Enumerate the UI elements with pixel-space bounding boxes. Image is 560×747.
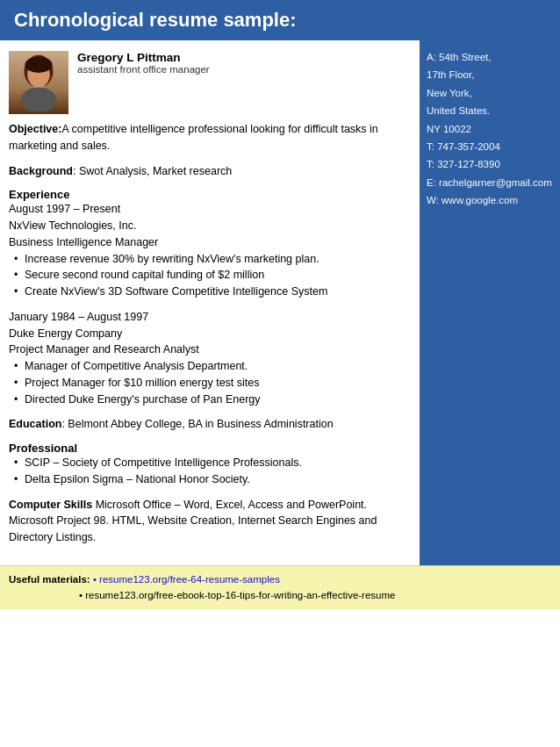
- objective-section: Objective:A competitive intelligence pro…: [9, 121, 407, 154]
- education-label: Education: [9, 418, 61, 430]
- avatar-icon: [12, 54, 65, 111]
- list-item: Directed Duke Energy's purchase of Pan E…: [14, 391, 407, 408]
- list-item: SCIP – Society of Competitive Intelligen…: [14, 455, 407, 471]
- objective-body: A competitive intelligence professional …: [9, 123, 378, 152]
- background-text: Background: Swot Analysis, Market resear…: [9, 165, 232, 177]
- address-line4: United States.: [427, 103, 553, 119]
- phone1: T: 747-357-2004: [427, 139, 553, 154]
- job2-section: January 1984 – August 1997 Duke Energy C…: [9, 309, 407, 408]
- address-line2: 17th Floor,: [427, 67, 553, 83]
- list-item: Secure second round capital funding of $…: [14, 267, 407, 284]
- main-container: Gregory L Pittman assistant front office…: [0, 40, 560, 565]
- background-section: Background: Swot Analysis, Market resear…: [9, 163, 407, 180]
- website: W: www.google.com: [427, 192, 553, 208]
- phone2-value: 327-127-8390: [437, 159, 500, 169]
- address-line1: A: 54th Street,: [427, 49, 553, 65]
- profile-job-title: assistant front office manager: [77, 64, 210, 75]
- profile-name-title: Gregory L Pittman assistant front office…: [77, 51, 210, 75]
- list-item: Manager of Competitive Analysis Departme…: [14, 358, 407, 375]
- useful-label: Useful materials:: [9, 574, 90, 585]
- job1-company: NxView Technologies, Inc.: [9, 218, 407, 234]
- list-item: Create NxView's 3D Software Competitive …: [14, 284, 407, 300]
- phone2: T: 327-127-8390: [427, 156, 553, 172]
- list-item: Project Manager for $10 million energy t…: [14, 375, 407, 391]
- education-text: Education: Belmont Abbey College, BA in …: [9, 418, 334, 430]
- job1-bullets: Increase revenue 30% by rewriting NxView…: [14, 251, 407, 300]
- background-label: Background: [9, 165, 73, 177]
- page-header: Chronological resume sample:: [0, 0, 560, 40]
- page-title: Chronological resume sample:: [14, 9, 297, 31]
- profile-section: Gregory L Pittman assistant front office…: [9, 51, 407, 114]
- list-item: Delta Epsilon Sigma – National Honor Soc…: [14, 471, 407, 488]
- job2-dates: January 1984 – August 1997: [9, 309, 407, 326]
- job1-title: Business Intelligence Manager: [9, 234, 407, 251]
- address-line5: NY 10022: [427, 121, 553, 137]
- computer-skills-section: Computer Skills Microsoft Office – Word,…: [9, 497, 407, 546]
- svg-point-2: [25, 57, 52, 73]
- address-line3: New York,: [427, 85, 553, 101]
- job1-dates: August 1997 – Present: [9, 201, 407, 218]
- computer-skills-label: Computer Skills: [9, 499, 92, 511]
- sidebar: A: 54th Street, 17th Floor, New York, Un…: [420, 40, 560, 565]
- computer-skills-text: Computer Skills Microsoft Office – Word,…: [9, 499, 377, 544]
- job2-bullets: Manager of Competitive Analysis Departme…: [14, 358, 407, 407]
- objective-label: Objective:: [9, 123, 61, 135]
- education-body: : Belmont Abbey College, BA in Business …: [61, 418, 333, 430]
- background-body: : Swot Analysis, Market research: [73, 165, 232, 177]
- profile-name: Gregory L Pittman: [77, 51, 210, 64]
- experience-section: Experience August 1997 – Present NxView …: [9, 188, 407, 300]
- footer-bar: Useful materials: • resume123.org/free-6…: [0, 565, 560, 609]
- phone2-label: T:: [427, 159, 434, 169]
- professional-bullets: SCIP – Society of Competitive Intelligen…: [14, 455, 407, 488]
- footer-link1[interactable]: • resume123.org/free-64-resume-samples: [93, 574, 280, 585]
- objective-text: Objective:A competitive intelligence pro…: [9, 123, 378, 152]
- education-section: Education: Belmont Abbey College, BA in …: [9, 416, 407, 433]
- web-value: www.google.com: [442, 195, 518, 205]
- professional-section: Professional SCIP – Society of Competiti…: [9, 442, 407, 488]
- list-item: Increase revenue 30% by rewriting NxView…: [14, 251, 407, 268]
- phone1-value: 747-357-2004: [437, 141, 500, 152]
- email-label: E:: [427, 177, 436, 188]
- svg-point-4: [21, 88, 56, 112]
- phone1-label: T:: [427, 141, 434, 152]
- footer-link2[interactable]: • resume123.org/free-ebook-top-16-tips-f…: [79, 590, 395, 600]
- profile-photo: [9, 51, 68, 114]
- professional-label: Professional: [9, 442, 407, 455]
- job2-company: Duke Energy Company: [9, 326, 407, 342]
- experience-label: Experience: [9, 188, 407, 201]
- resume-body: Gregory L Pittman assistant front office…: [0, 40, 420, 565]
- web-label: W:: [427, 195, 439, 205]
- job2-title: Project Manager and Research Analyst: [9, 341, 407, 358]
- email-value: rachelgarner@gmail.com: [439, 177, 552, 188]
- email: E: rachelgarner@gmail.com: [427, 175, 553, 190]
